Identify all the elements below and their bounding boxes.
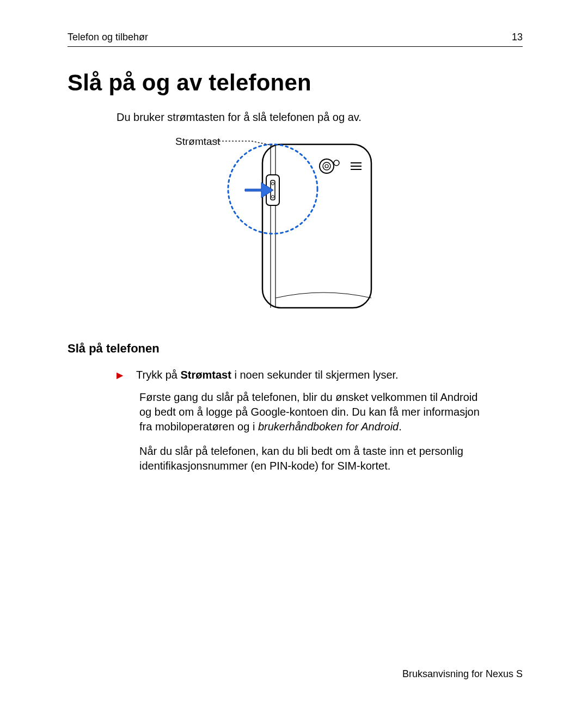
intro-text: Du bruker strømtasten for å slå telefone… — [117, 111, 523, 124]
power-button-figure: Strømtast — [159, 135, 431, 320]
page-header: Telefon og tilbehør 13 — [68, 32, 523, 43]
subheading: Slå på telefonen — [68, 342, 523, 356]
para1-italic: brukerhåndboken for Android — [258, 421, 399, 433]
instruction-bullet: ▶ Trykk på Strømtast i noen sekunder til… — [117, 368, 523, 382]
header-rule — [68, 46, 523, 47]
manual-page: Telefon og tilbehør 13 Slå på og av tele… — [0, 0, 588, 706]
bullet-marker-icon: ▶ — [117, 370, 123, 380]
paragraph-1: Første gang du slår på telefonen, blir d… — [139, 390, 482, 434]
page-title: Slå på og av telefonen — [68, 70, 523, 96]
header-page-number: 13 — [512, 32, 523, 43]
footer-text: Bruksanvisning for Nexus S — [402, 668, 523, 680]
para1-post: . — [399, 421, 402, 433]
figure-callout-label: Strømtast — [175, 136, 220, 148]
paragraph-2: Når du slår på telefonen, kan du bli bed… — [139, 444, 482, 473]
header-section: Telefon og tilbehør — [68, 32, 148, 43]
bullet-post: i noen sekunder til skjermen lyser. — [231, 369, 399, 381]
bullet-pre: Trykk på — [136, 369, 181, 381]
bullet-bold: Strømtast — [181, 369, 231, 381]
bullet-text: Trykk på Strømtast i noen sekunder til s… — [136, 368, 399, 382]
phone-illustration-icon — [159, 135, 431, 320]
